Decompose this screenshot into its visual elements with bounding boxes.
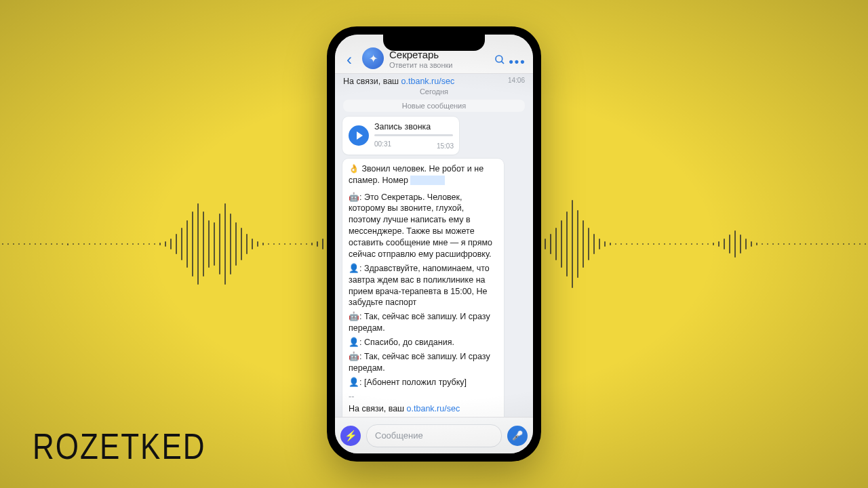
bolt-icon[interactable]	[340, 426, 361, 446]
voice-message: Запись звонка 00:31 15:03	[342, 116, 460, 155]
voice-title: Запись звонка	[374, 121, 453, 133]
mic-icon[interactable]	[507, 426, 528, 446]
more-icon[interactable]: •••	[509, 55, 526, 69]
chat-title: Секретарь	[389, 49, 491, 61]
prev-message-time: 14:06	[508, 77, 525, 84]
transcript-message: 👌 Звонил человек. Не робот и не спамер. …	[342, 158, 505, 417]
prev-message-tail: 14:06 На связи, ваш o.tbank.ru/sec	[340, 75, 528, 86]
chat-subtitle: Ответит на звонки	[389, 61, 491, 69]
brand-watermark: ROZETKED	[33, 426, 206, 467]
chat-title-wrap[interactable]: Секретарь Ответит на звонки	[389, 49, 491, 69]
play-icon[interactable]	[349, 125, 369, 146]
blurred-number	[410, 176, 445, 185]
back-icon[interactable]: ‹	[342, 50, 357, 69]
chat-body: 14:06 На связи, ваш o.tbank.ru/sec Сегод…	[335, 74, 533, 417]
voice-progress[interactable]	[374, 134, 453, 136]
voice-duration: 00:31	[374, 140, 391, 148]
input-bar: Сообщение	[335, 417, 533, 453]
message-input[interactable]: Сообщение	[366, 424, 502, 447]
prev-link[interactable]: o.tbank.ru/sec	[401, 77, 455, 86]
footer-link[interactable]: o.tbank.ru/sec	[407, 404, 460, 413]
new-messages-divider: Новые сообщения	[343, 100, 525, 112]
day-separator: Сегодня	[340, 87, 528, 96]
phone-frame: ‹ ✦ Секретарь Ответит на звонки ••• 14:0…	[327, 26, 541, 462]
search-icon[interactable]	[491, 54, 509, 69]
svg-line-1	[501, 61, 504, 64]
avatar[interactable]: ✦	[362, 47, 384, 69]
phone-screen: ‹ ✦ Секретарь Ответит на звонки ••• 14:0…	[335, 35, 533, 453]
voice-time: 15:03	[437, 142, 454, 151]
svg-point-0	[496, 56, 502, 62]
phone-notch	[383, 35, 485, 51]
